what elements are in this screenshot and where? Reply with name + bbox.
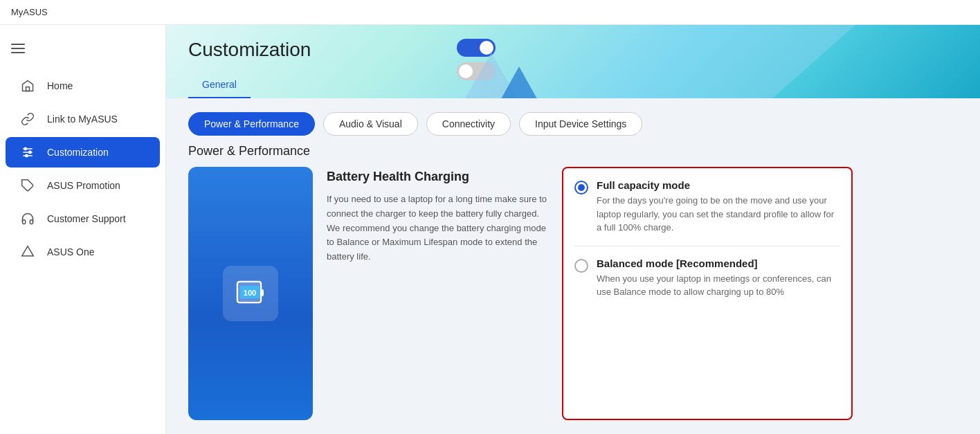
sidebar-item-promotion-label: ASUS Promotion xyxy=(47,180,120,191)
option-full-capacity-title: Full capacity mode xyxy=(597,179,840,191)
section-title: Power & Performance xyxy=(188,144,958,159)
sidebar-item-support[interactable]: Customer Support xyxy=(6,204,160,234)
content-header: Customization General xyxy=(166,25,980,98)
sidebar-item-link[interactable]: Link to MyASUS xyxy=(6,104,160,134)
svg-rect-0 xyxy=(26,87,30,91)
sidebar-item-asus-one-label: ASUS One xyxy=(47,246,94,257)
sidebar-item-customization-label: Customization xyxy=(47,147,109,158)
sidebar-menu-button[interactable] xyxy=(11,36,36,61)
option-balanced-desc: When you use your laptop in meetings or … xyxy=(597,272,840,299)
sidebar-item-link-label: Link to MyASUS xyxy=(47,114,118,125)
sidebar-item-support-label: Customer Support xyxy=(47,213,126,224)
content-grid: 100 Battery Health Charging If you need … xyxy=(188,167,958,420)
customization-icon xyxy=(19,144,36,161)
svg-point-6 xyxy=(26,154,28,156)
page-title: Customization xyxy=(188,39,958,61)
option-balanced[interactable]: Balanced mode [Recommended] When you use… xyxy=(574,257,840,299)
battery-heading: Battery Health Charging xyxy=(327,170,548,184)
audio-visual-button[interactable]: Audio & Visual xyxy=(323,112,418,136)
svg-rect-10 xyxy=(261,289,264,296)
option-divider xyxy=(574,246,840,246)
topbar: MyASUS xyxy=(0,0,980,25)
info-panel: Battery Health Charging If you need to u… xyxy=(327,167,548,420)
triangle-decoration-dark xyxy=(484,66,554,98)
hamburger-line3 xyxy=(11,52,25,53)
battery-icon: 100 xyxy=(223,266,278,321)
sidebar-item-home-label: Home xyxy=(47,80,73,91)
hamburger-line2 xyxy=(11,48,25,49)
svg-text:100: 100 xyxy=(244,289,256,297)
app-title: MyASUS xyxy=(11,7,48,17)
sidebar: Home Link to MyASUS xyxy=(0,25,166,434)
link-icon xyxy=(19,111,36,127)
promotion-icon xyxy=(19,177,36,194)
tabs-row: General xyxy=(188,72,958,98)
support-icon xyxy=(19,210,36,227)
filter-buttons-row: Power & Performance Audio & Visual Conne… xyxy=(188,112,958,136)
option-full-capacity[interactable]: Full capacity mode For the days you're g… xyxy=(574,179,840,235)
option-balanced-title: Balanced mode [Recommended] xyxy=(597,257,840,269)
option-full-capacity-desc: For the days you're going to be on the m… xyxy=(597,194,840,235)
asus-one-icon xyxy=(19,244,36,260)
options-panel: Full capacity mode For the days you're g… xyxy=(562,167,853,420)
svg-point-4 xyxy=(24,147,26,150)
option-full-capacity-text: Full capacity mode For the days you're g… xyxy=(597,179,840,235)
power-performance-button[interactable]: Power & Performance xyxy=(188,112,315,136)
option-balanced-text: Balanced mode [Recommended] When you use… xyxy=(597,257,840,299)
home-icon xyxy=(19,78,36,94)
connectivity-button[interactable]: Connectivity xyxy=(426,112,511,136)
input-device-button[interactable]: Input Device Settings xyxy=(519,112,642,136)
sidebar-item-home[interactable]: Home xyxy=(6,71,160,101)
sidebar-item-asus-one[interactable]: ASUS One xyxy=(6,237,160,267)
radio-full-capacity[interactable] xyxy=(574,181,588,195)
sidebar-item-customization[interactable]: Customization xyxy=(6,137,160,168)
main-layout: Home Link to MyASUS xyxy=(0,25,980,434)
svg-point-5 xyxy=(29,151,31,153)
radio-full-capacity-dot xyxy=(578,184,585,191)
radio-balanced[interactable] xyxy=(574,259,588,273)
tab-general[interactable]: General xyxy=(188,72,251,98)
hamburger-line1 xyxy=(11,44,25,45)
content-area: Customization General Power & Performanc… xyxy=(166,25,980,434)
battery-description: If you need to use a laptop for a long t… xyxy=(327,192,548,264)
battery-card: 100 xyxy=(188,167,313,420)
sidebar-item-promotion[interactable]: ASUS Promotion xyxy=(6,170,160,201)
main-section: Power & Performance Audio & Visual Conne… xyxy=(166,98,980,434)
